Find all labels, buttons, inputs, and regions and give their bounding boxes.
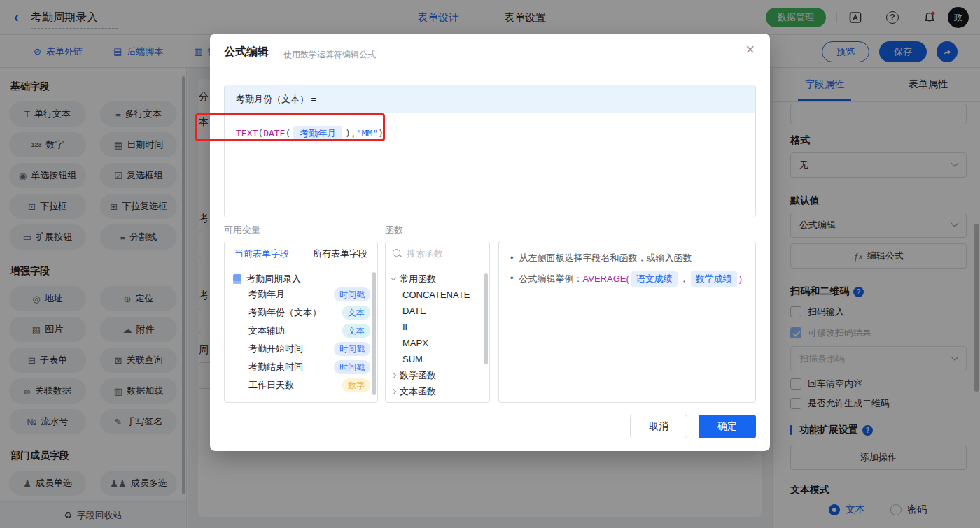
group-label: 常用函数: [400, 273, 436, 285]
function-group-common[interactable]: 常用函数: [386, 271, 489, 287]
variables-scrollbar[interactable]: [372, 272, 376, 395]
variable-name: 考勤开始时间: [248, 343, 303, 355]
variable-name: 考勤年份（文本）: [248, 306, 321, 319]
bullet: •: [510, 271, 514, 287]
formula-field-chip[interactable]: 考勤年月: [293, 126, 342, 141]
search-input[interactable]: [407, 248, 482, 259]
modal-header-divider: [210, 71, 770, 71]
formula-edit-modal: 公式编辑 使用数学运算符编辑公式 × 考勤月份（文本） = TEXT(DATE(…: [210, 34, 770, 451]
example-field-chip: 数学成绩: [691, 271, 737, 287]
cancel-button[interactable]: 取消: [630, 415, 687, 438]
functions-scrollbar[interactable]: [484, 273, 488, 364]
bullet: •: [510, 251, 514, 265]
document-icon: [233, 274, 241, 284]
variables-panel: 当前表单字段 所有表单字段 考勤周期录入 考勤年月时间戳 考勤年份（文本）文本 …: [224, 241, 378, 403]
function-item[interactable]: IF: [386, 319, 489, 335]
help-text: 从左侧面板选择字段名和函数，或输入函数: [519, 251, 692, 265]
variable-row[interactable]: 工作日天数数字: [225, 376, 377, 394]
variables-tabs: 当前表单字段 所有表单字段: [225, 241, 377, 266]
variables-root-node[interactable]: 考勤周期录入: [225, 266, 377, 285]
type-badge: 文本: [342, 306, 370, 320]
formula-token: (: [285, 128, 290, 138]
formula-token: ): [378, 128, 384, 138]
root-label: 考勤周期录入: [246, 273, 301, 285]
modal-subtitle: 使用数学运算符编辑公式: [284, 49, 376, 61]
group-label: 数学函数: [400, 369, 436, 382]
formula-token-fn: TEXT: [236, 128, 258, 138]
example-function: AVERAGE(: [583, 273, 629, 284]
tab-current-form-fields[interactable]: 当前表单字段: [234, 248, 289, 260]
function-group-math[interactable]: 数学函数: [386, 367, 489, 383]
type-badge: 数字: [342, 378, 370, 392]
variable-row[interactable]: 文本辅助文本: [225, 322, 377, 340]
chevron-open-icon: [391, 275, 396, 280]
help-text: 公式编辑举例：AVERAGE(语文成绩，数学成绩): [519, 271, 743, 287]
type-badge: 时间戳: [334, 342, 370, 356]
example-comma: ，: [680, 273, 689, 284]
example-prefix: 公式编辑举例：: [519, 273, 583, 284]
group-label: 文本函数: [400, 385, 436, 398]
function-item[interactable]: MAPX: [386, 335, 489, 351]
variable-row[interactable]: 考勤年份（文本）文本: [225, 304, 377, 322]
function-search: [386, 241, 489, 266]
formula-target: 考勤月份（文本） =: [225, 85, 755, 113]
help-line: • 从左侧面板选择字段名和函数，或输入函数: [510, 251, 744, 265]
formula-input-area[interactable]: TEXT(DATE(考勤年月),"MM"): [225, 113, 755, 154]
formula-token: (: [258, 128, 263, 138]
functions-panel: 常用函数 CONCATENATE DATE IF MAPX SUM 数学函数 文…: [385, 241, 490, 403]
variables-label: 可用变量: [224, 224, 260, 236]
formula-editor: 考勤月份（文本） = TEXT(DATE(考勤年月),"MM"): [224, 85, 756, 217]
tab-all-form-fields[interactable]: 所有表单字段: [313, 248, 368, 260]
type-badge: 时间戳: [334, 287, 370, 301]
formula-token: ,: [351, 128, 356, 138]
type-badge: 时间戳: [334, 360, 370, 374]
help-line-example: • 公式编辑举例：AVERAGE(语文成绩，数学成绩): [510, 271, 744, 287]
variable-row[interactable]: 考勤年月时间戳: [225, 285, 377, 304]
function-group-text[interactable]: 文本函数: [386, 383, 489, 399]
confirm-button[interactable]: 确定: [699, 415, 756, 438]
example-close-paren: ): [739, 273, 742, 284]
variable-name: 考勤年月: [248, 288, 285, 301]
formula-target-label: 考勤月份（文本） =: [236, 93, 316, 106]
formula-token-fn: DATE: [263, 128, 285, 138]
modal-title: 公式编辑: [224, 45, 269, 59]
function-item[interactable]: CONCATENATE: [386, 287, 489, 303]
formula-token: ): [345, 128, 351, 138]
chevron-closed-icon: [391, 372, 396, 378]
function-item[interactable]: SUM: [386, 351, 489, 367]
formula-help-panel: • 从左侧面板选择字段名和函数，或输入函数 • 公式编辑举例：AVERAGE(语…: [498, 241, 756, 403]
search-icon: [393, 249, 402, 258]
variable-row[interactable]: 考勤结束时间时间戳: [225, 358, 377, 376]
variable-row[interactable]: 考勤开始时间时间戳: [225, 340, 377, 358]
function-list: 常用函数 CONCATENATE DATE IF MAPX SUM 数学函数 文…: [386, 266, 489, 399]
variable-name: 工作日天数: [248, 379, 294, 392]
function-item[interactable]: DATE: [386, 303, 489, 319]
example-field-chip: 语文成绩: [631, 271, 678, 287]
variable-name: 考勤结束时间: [248, 361, 303, 373]
formula-token-string: "MM": [356, 128, 378, 138]
type-badge: 文本: [342, 324, 370, 338]
close-icon[interactable]: ×: [746, 42, 755, 57]
variable-name: 文本辅助: [248, 324, 285, 337]
chevron-closed-icon: [391, 388, 396, 394]
functions-label: 函数: [385, 224, 403, 236]
